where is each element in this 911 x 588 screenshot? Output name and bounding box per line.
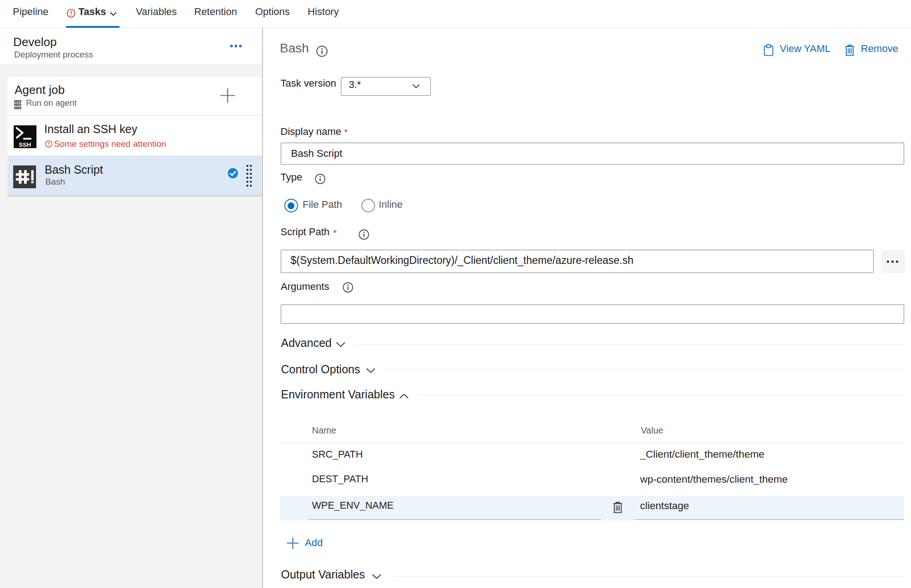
svg-text:SSH: SSH xyxy=(19,141,31,148)
